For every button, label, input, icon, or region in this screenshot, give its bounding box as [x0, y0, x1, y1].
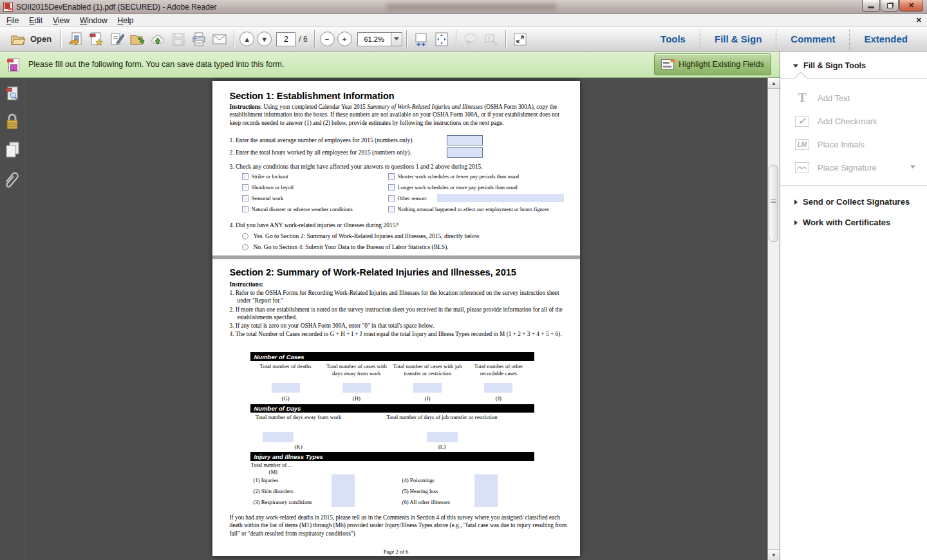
- text-callout-button[interactable]: T: [481, 30, 501, 49]
- fit-page-button[interactable]: [431, 30, 452, 49]
- no-radio[interactable]: [242, 244, 248, 250]
- q2-hours-field[interactable]: [447, 147, 483, 158]
- checkbox-row: Strike or lockout: [242, 173, 288, 180]
- comment-bubble-button[interactable]: [460, 30, 481, 49]
- checkbox-row: Natural disaster or adverse weather cond…: [242, 206, 353, 212]
- minimize-button[interactable]: [862, 0, 880, 12]
- types-M6-field[interactable]: [474, 496, 498, 507]
- page-number-input[interactable]: [276, 32, 295, 46]
- cases-J-field[interactable]: [484, 383, 512, 393]
- minimize-icon: [868, 6, 874, 8]
- q1-employees-field[interactable]: [447, 135, 483, 145]
- fit-width-button[interactable]: [411, 30, 431, 49]
- strike-lockout-checkbox[interactable]: [242, 173, 248, 180]
- types-M2-field[interactable]: [332, 485, 355, 496]
- email-icon: [212, 32, 227, 47]
- attachments-icon[interactable]: [4, 169, 21, 190]
- zoom-dropdown-button[interactable]: [391, 32, 402, 46]
- menu-file[interactable]: File: [1, 15, 24, 26]
- toolbar-separator: [234, 30, 234, 48]
- days-K-field[interactable]: [263, 432, 294, 442]
- place-signature-tool[interactable]: Place Signature: [780, 156, 927, 179]
- work-with-certificates-section[interactable]: Work with Certificates: [780, 218, 927, 227]
- question-3-label: 3. Check any conditions that might have …: [230, 163, 483, 170]
- fill-sign-panel: Fill & Sign Tools T Add Text ✓ Add Check…: [780, 51, 927, 560]
- checkbox-row: Longer work schedules or more pay period…: [388, 184, 518, 191]
- share-folder-button[interactable]: [127, 30, 147, 49]
- page-thumbnails-icon[interactable]: [5, 86, 20, 102]
- tab-comment[interactable]: Comment: [776, 33, 849, 44]
- shutdown-layoff-checkbox[interactable]: [242, 184, 248, 191]
- tab-fill-sign[interactable]: Fill & Sign: [700, 33, 776, 44]
- menu-edit[interactable]: Edit: [24, 15, 48, 26]
- instruction-item: 3. If any total is zero on your OSHA For…: [230, 322, 569, 330]
- close-button[interactable]: ✕: [899, 0, 923, 12]
- yes-radio[interactable]: [242, 233, 248, 239]
- restore-button[interactable]: [881, 0, 899, 12]
- scroll-up-icon[interactable]: ▲: [768, 78, 780, 89]
- type-label: (1) Injuries: [254, 477, 279, 483]
- pages-icon[interactable]: [4, 141, 21, 159]
- cases-I-field[interactable]: [413, 383, 442, 393]
- types-M1-field[interactable]: [332, 474, 355, 485]
- cases-H-field[interactable]: [342, 383, 371, 393]
- checkbox-row: Seasonal work: [242, 195, 284, 201]
- types-M4-field[interactable]: [474, 474, 498, 485]
- scrollbar-thumb[interactable]: [769, 165, 778, 242]
- add-text-tool[interactable]: T Add Text: [780, 86, 927, 109]
- tab-extended[interactable]: Extended: [850, 33, 922, 44]
- menu-view[interactable]: View: [48, 15, 75, 26]
- save-button[interactable]: [168, 30, 189, 49]
- sign-document-icon: [109, 32, 124, 47]
- document-view[interactable]: Section 1: Establishment Information Ins…: [24, 78, 767, 560]
- longer-schedules-checkbox[interactable]: [388, 184, 395, 191]
- page-down-icon[interactable]: ▼: [257, 32, 272, 46]
- cloud-upload-button[interactable]: [147, 30, 168, 49]
- section2-instructions-label: Instructions:: [230, 281, 263, 288]
- types-intro-code: (M): [269, 469, 278, 475]
- security-lock-icon[interactable]: [5, 113, 20, 131]
- chevron-down-icon: [793, 64, 798, 68]
- menu-help[interactable]: Help: [113, 15, 139, 26]
- convert-pdf-button[interactable]: [65, 30, 86, 49]
- menubar-close-icon[interactable]: ✕: [916, 16, 922, 24]
- days-L-field[interactable]: [427, 432, 458, 442]
- text-callout-icon: T: [483, 32, 499, 47]
- tool-label: Place Signature: [818, 163, 877, 173]
- highlight-existing-fields-button[interactable]: ⬅ Highlight Existing Fields: [654, 53, 771, 75]
- tab-tools[interactable]: Tools: [646, 33, 700, 44]
- chevron-down-icon[interactable]: [910, 165, 915, 169]
- place-initials-tool[interactable]: LM Place Initials: [780, 133, 927, 156]
- other-reason-field[interactable]: [437, 194, 564, 202]
- zoom-level-value[interactable]: 61.2%: [357, 32, 391, 46]
- column-label: Total number of cases with job transfer …: [392, 363, 463, 377]
- pdf-page: Section 1: Establishment Information Ins…: [212, 81, 580, 556]
- natural-disaster-checkbox[interactable]: [242, 206, 248, 212]
- window-controls: ✕: [861, 0, 923, 12]
- shorter-schedules-checkbox[interactable]: [388, 173, 395, 180]
- section2-instructions: 1. Refer to the OSHA Forms for Recording…: [230, 289, 569, 339]
- sign-document-button[interactable]: [106, 30, 127, 49]
- nothing-unusual-checkbox[interactable]: [388, 206, 395, 212]
- print-button[interactable]: [189, 30, 209, 49]
- zoom-in-icon[interactable]: +: [337, 32, 352, 46]
- create-pdf-button[interactable]: [86, 30, 106, 49]
- send-collect-signatures-section[interactable]: Send or Collect Signatures: [780, 197, 927, 207]
- menu-window[interactable]: Window: [75, 15, 113, 26]
- fullscreen-button[interactable]: [510, 30, 530, 49]
- types-M3-field[interactable]: [332, 496, 355, 507]
- panel-header[interactable]: Fill & Sign Tools: [780, 51, 927, 70]
- page-up-icon[interactable]: ▲: [239, 32, 254, 46]
- seasonal-work-checkbox[interactable]: [242, 195, 248, 201]
- scroll-down-icon[interactable]: ▼: [768, 549, 780, 560]
- page-footer: Page 2 of 6: [212, 548, 580, 555]
- email-button[interactable]: [209, 30, 230, 49]
- vertical-scrollbar[interactable]: ▲ ▼: [767, 78, 780, 560]
- add-checkmark-tool[interactable]: ✓ Add Checkmark: [780, 109, 927, 133]
- column-code: (J): [463, 395, 534, 402]
- open-button[interactable]: Open: [5, 30, 57, 49]
- other-reason-checkbox[interactable]: [388, 195, 395, 201]
- cases-G-field[interactable]: [272, 383, 300, 393]
- zoom-out-icon[interactable]: −: [320, 32, 335, 46]
- types-M5-field[interactable]: [474, 485, 498, 496]
